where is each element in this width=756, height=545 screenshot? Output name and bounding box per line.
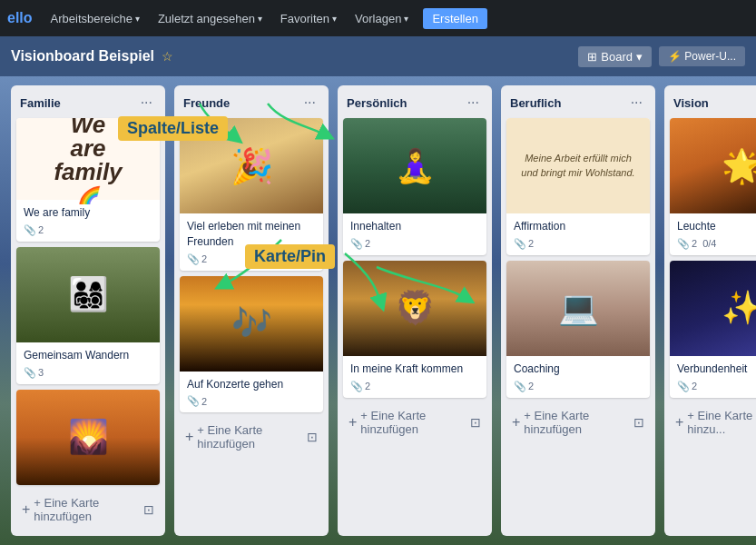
add-card-familie[interactable]: + + Eine Karte hinzufügen ⊡	[16, 492, 160, 527]
column-title-vision: Vision	[673, 96, 709, 110]
board-icon: ⊞	[587, 50, 597, 64]
paperclip-icon: 📎	[514, 238, 526, 250]
board-header-right: ⚡ Power-U...	[659, 46, 745, 66]
column-menu-freunde[interactable]: ···	[300, 94, 319, 111]
column-title-persoenlich: Persönlich	[347, 96, 407, 110]
add-card-freunde[interactable]: + + Eine Karte hinzufügen ⊡	[180, 420, 323, 454]
column-header-vision: Vision ···	[670, 93, 756, 113]
paperclip-icon: 📎	[350, 381, 363, 392]
card-coaching[interactable]: 💻 Coaching 📎 2	[506, 261, 650, 398]
card-body: Leuchte 📎 2 0/4	[670, 213, 756, 255]
add-card-vision[interactable]: + + Eine Karte hinzu... ⊡	[670, 405, 756, 440]
nav-zuletzt[interactable]: Zuletzt angesehen ▾	[151, 8, 270, 29]
template-icon[interactable]: ⊡	[633, 415, 644, 430]
add-card-beruflich[interactable]: + + Eine Karte hinzufügen ⊡	[506, 405, 650, 440]
template-icon[interactable]: ⊡	[470, 415, 481, 430]
plus-icon: +	[185, 429, 193, 445]
attachment-badge: 📎 2	[24, 224, 44, 236]
plus-icon: +	[675, 414, 683, 431]
paperclip-icon: 📎	[514, 381, 526, 392]
column-menu-familie[interactable]: ···	[137, 94, 156, 111]
card-meta: 📎 2	[187, 253, 316, 265]
nav-arbeitsbereiche[interactable]: Arbeitsbereiche ▾	[44, 8, 147, 29]
column-persoenlich: Persönlich ··· 🧘‍♀️ Innehalten 📎 2	[338, 85, 492, 536]
card-viel-erleben[interactable]: 🎉 Viel erleben mit meinen Freunden 📎 2	[180, 118, 323, 271]
board-canvas: Familie ··· Wearefamily 🌈 We are family …	[0, 76, 756, 545]
column-header-beruflich: Beruflich ···	[506, 93, 650, 113]
card-meta: 📎 2	[187, 395, 316, 407]
card-silhouette[interactable]: 🌄	[16, 390, 160, 485]
card-kraft-kommen[interactable]: 🦁 In meine Kraft kommen 📎 2	[343, 261, 486, 398]
attachment-badge: 📎 3	[24, 367, 44, 379]
card-body: Verbundenheit 📎 2	[670, 356, 756, 398]
nav-favoriten[interactable]: Favoriten ▾	[273, 8, 344, 29]
power-up-button[interactable]: ⚡ Power-U...	[659, 46, 745, 66]
card-cover-verbundenheit: ✨	[670, 261, 756, 356]
card-innehalten[interactable]: 🧘‍♀️ Innehalten 📎 2	[343, 118, 486, 255]
column-menu-persoenlich[interactable]: ···	[464, 94, 483, 111]
attachment-badge: 📎 2	[677, 238, 697, 250]
card-cover-konzerte: 🎶	[180, 276, 323, 372]
card-cover-leuchte: 🌟	[670, 118, 756, 213]
paperclip-icon: 📎	[187, 253, 200, 265]
column-freunde: Freunde ··· 🎉 Viel erleben mit meinen Fr…	[174, 85, 329, 536]
chevron-down-icon: ▾	[636, 50, 643, 64]
card-body: Viel erleben mit meinen Freunden 📎 2	[180, 213, 323, 271]
column-header-freunde: Freunde ···	[180, 93, 323, 113]
card-meta: 📎 2	[350, 381, 479, 392]
checklist-badge: 0/4	[702, 238, 716, 249]
card-title: Innehalten	[350, 219, 479, 234]
app-logo[interactable]: ello	[7, 10, 33, 26]
attachment-badge: 📎 2	[677, 381, 697, 392]
create-button[interactable]: Erstellen	[423, 8, 487, 29]
column-menu-beruflich[interactable]: ···	[627, 94, 646, 111]
column-header-familie: Familie ···	[16, 93, 160, 113]
card-body: Coaching 📎 2	[506, 356, 650, 398]
card-verbundenheit[interactable]: ✨ Verbundenheit 📎 2	[670, 261, 756, 398]
attachment-badge: 📎 2	[350, 238, 370, 250]
card-body: Gemeinsam Wandern 📎 3	[16, 342, 160, 384]
card-title: Auf Konzerte gehen	[187, 377, 316, 392]
card-body: In meine Kraft kommen 📎 2	[343, 356, 486, 398]
paperclip-icon: 📎	[677, 238, 690, 250]
card-affirmation[interactable]: Meine Arbeit erfüllt mich und bringt mir…	[506, 118, 650, 255]
card-body: We are family 📎 2	[16, 200, 160, 242]
card-meta: 📎 2	[514, 238, 643, 250]
plus-icon: +	[349, 414, 357, 431]
plus-icon: +	[22, 501, 30, 518]
card-cover-wandern: 👨‍👩‍👧‍👦	[16, 247, 160, 342]
card-title: Viel erleben mit meinen Freunden	[187, 219, 316, 250]
nav-vorlagen[interactable]: Vorlagen ▾	[348, 8, 416, 29]
paperclip-icon: 📎	[350, 238, 363, 250]
attachment-badge: 📎 2	[514, 381, 534, 392]
template-icon[interactable]: ⊡	[143, 502, 154, 517]
template-icon[interactable]: ⊡	[307, 430, 318, 444]
card-meta: 📎 2	[24, 224, 152, 236]
card-leuchte[interactable]: 🌟 Leuchte 📎 2 0/4	[670, 118, 756, 255]
card-body: Auf Konzerte gehen 📎 2	[180, 372, 323, 413]
attachment-badge: 📎 2	[187, 395, 207, 407]
board-view-button[interactable]: ⊞ Board ▾	[578, 46, 652, 67]
attachment-badge: 📎 2	[187, 253, 207, 265]
column-familie: Familie ··· Wearefamily 🌈 We are family …	[11, 85, 165, 536]
board-title: Visionboard Beispiel	[11, 48, 154, 64]
card-gemeinsam-wandern[interactable]: 👨‍👩‍👧‍👦 Gemeinsam Wandern 📎 3	[16, 247, 160, 384]
plus-icon: +	[512, 414, 520, 431]
card-body: Innehalten 📎 2	[343, 213, 486, 255]
card-we-are-family[interactable]: Wearefamily 🌈 We are family 📎 2	[16, 118, 160, 242]
card-title: In meine Kraft kommen	[350, 362, 479, 377]
column-title-familie: Familie	[20, 96, 61, 110]
paperclip-icon: 📎	[677, 381, 690, 392]
paperclip-icon: 📎	[24, 367, 36, 379]
card-meta: 📎 2 0/4	[677, 238, 756, 250]
card-cover-inhalten: 🧘‍♀️	[343, 118, 486, 213]
chevron-icon: ▾	[135, 14, 140, 24]
card-konzerte[interactable]: 🎶 Auf Konzerte gehen 📎 2	[180, 276, 323, 413]
star-icon[interactable]: ☆	[162, 49, 173, 64]
add-card-persoenlich[interactable]: + + Eine Karte hinzufügen ⊡	[343, 405, 486, 440]
card-cover-friends: 🎉	[180, 118, 323, 213]
card-body: Affirmation 📎 2	[506, 213, 650, 255]
paperclip-icon: 📎	[187, 395, 200, 407]
card-cover-family: Wearefamily 🌈	[16, 118, 160, 200]
column-header-persoenlich: Persönlich ···	[343, 93, 486, 113]
